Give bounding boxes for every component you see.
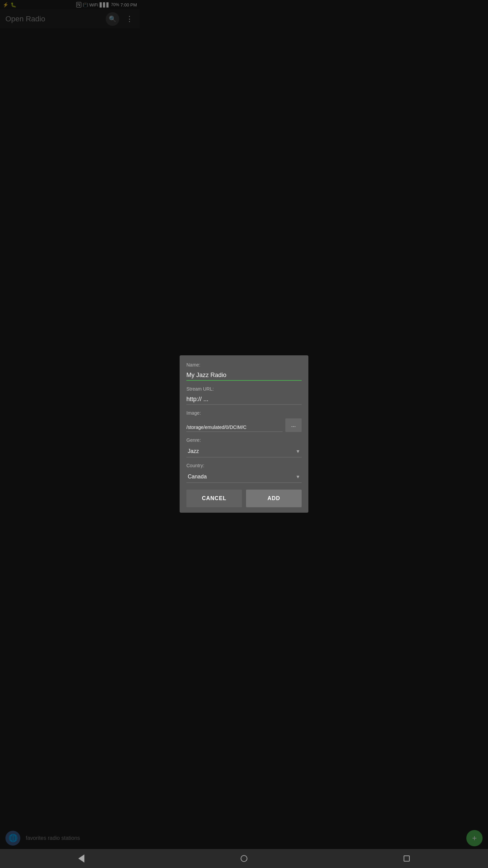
dialog-overlay (0, 0, 140, 248)
